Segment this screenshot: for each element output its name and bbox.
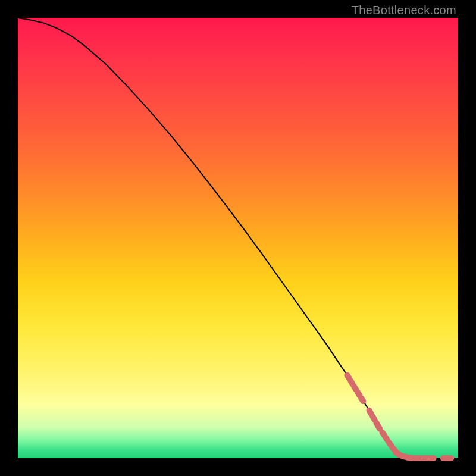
watermark-text: TheBottleneck.com bbox=[352, 4, 456, 17]
curve-line bbox=[18, 18, 458, 458]
chart-stage: TheBottleneck.com bbox=[0, 0, 476, 476]
marker-point bbox=[427, 455, 437, 461]
chart-svg bbox=[18, 18, 458, 458]
marker-group bbox=[343, 371, 455, 461]
marker-point bbox=[444, 455, 454, 461]
